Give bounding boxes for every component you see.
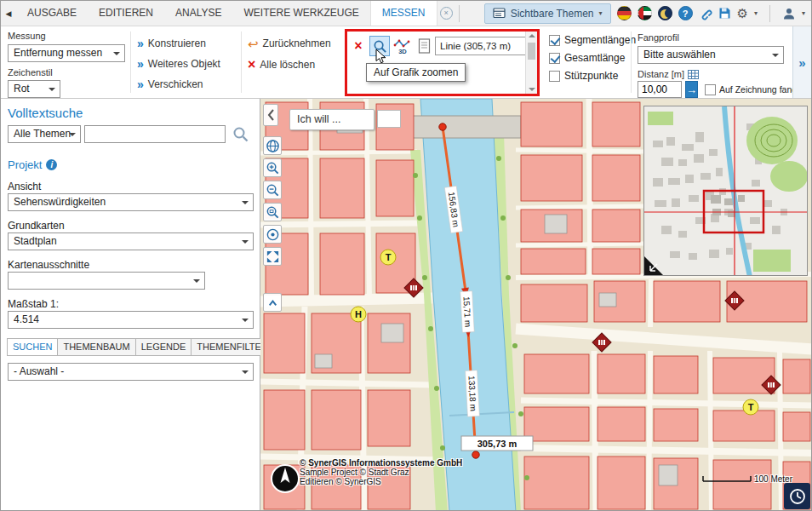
ich-will-widget[interactable]: Ich will ... (289, 109, 401, 130)
night-mode-icon[interactable] (658, 6, 672, 20)
tab-suchen[interactable]: SUCHEN (7, 338, 58, 356)
grundkarten-select[interactable]: Stadtplan (8, 233, 254, 250)
double-arrow-icon: » (137, 59, 144, 69)
settings-caret-icon[interactable]: ▾ (754, 9, 758, 17)
ich-will-button[interactable]: Ich will ... (289, 109, 375, 130)
scroll-down-icon[interactable] (529, 88, 535, 91)
alle-loeschen-button[interactable]: × Alle löschen (248, 59, 315, 71)
scroll-thumb[interactable] (528, 43, 535, 60)
report-button[interactable] (415, 36, 432, 56)
globe-tool-button[interactable] (263, 136, 282, 155)
profile-3d-icon: 3D (393, 37, 412, 55)
stuetzpunkte-option[interactable]: Stützpunkte (549, 70, 618, 82)
map-viewport[interactable]: T H T 156,83 m 15,71 m 133,18 m (260, 99, 812, 511)
themes-select[interactable]: Alle Themen (8, 125, 81, 143)
segmentlaengen-option[interactable]: Segmentlängen (549, 34, 636, 46)
zeichenstil-select[interactable]: Rot (8, 80, 60, 98)
language-german-icon[interactable] (617, 6, 632, 20)
checkbox-unchecked[interactable] (549, 71, 560, 82)
zoom-in-button[interactable] (263, 158, 282, 177)
map-copyright: © SynerGIS Informationssysteme GmbH Samp… (300, 458, 462, 486)
messung-select[interactable]: Entfernung messen (8, 44, 125, 62)
sidebar-tabs: SUCHEN THEMENBAUM LEGENDE THEMENFILTER (8, 338, 274, 356)
info-icon[interactable]: i (46, 159, 57, 170)
zoom-out-icon (266, 183, 280, 198)
history-clock-button[interactable] (784, 483, 810, 509)
kartenausschnitte-select[interactable] (8, 272, 205, 290)
checkbox-checked[interactable] (549, 35, 560, 46)
fulltext-search-input[interactable] (84, 125, 226, 143)
measure-3d-button[interactable]: 3D (392, 36, 413, 56)
svg-text:15,71 m: 15,71 m (462, 296, 473, 328)
center-map-button[interactable] (263, 225, 282, 244)
settings-gear-icon[interactable]: ⚙ (737, 6, 748, 21)
tab-ausgabe[interactable]: AUSGABE (16, 1, 88, 26)
tab-legende[interactable]: LEGENDE (135, 338, 192, 356)
fangprofil-select[interactable]: Bitte auswählen (638, 46, 784, 64)
delete-measurement-button[interactable]: × (350, 36, 367, 56)
link-icon[interactable] (699, 7, 712, 20)
distanz-input[interactable] (638, 81, 682, 98)
close-tab-icon[interactable]: × (440, 7, 453, 20)
chevron-down-icon: ▾ (599, 9, 603, 17)
svg-text:T: T (748, 402, 754, 412)
user-caret-icon[interactable]: ▾ (802, 9, 805, 17)
help-icon[interactable]: ? (678, 6, 693, 20)
tab-messen[interactable]: MESSEN (370, 1, 437, 26)
tab-weitere-werkzeuge[interactable]: WEITERE WERKZEUGE (233, 1, 370, 26)
ribbon-messen: Messung Entfernung messen Zeichenstil Ro… (1, 26, 811, 99)
checkbox-checked[interactable] (549, 53, 560, 64)
tab-editieren[interactable]: EDITIEREN (88, 1, 164, 26)
tab-themenbaum[interactable]: THEMENBAUM (57, 338, 135, 356)
tab-analyse[interactable]: ANALYSE (164, 1, 232, 26)
tooltip-zoom-to-graphic: Auf Grafik zoomen (366, 63, 466, 82)
kartenausschnitte-label: Kartenausschnitte (8, 259, 89, 271)
scroll-up-icon[interactable] (529, 34, 535, 37)
collapse-sidebar-button[interactable] (263, 104, 278, 126)
pan-up-button[interactable] (263, 293, 282, 312)
zeichenstil-label: Zeichenstil (8, 67, 53, 78)
projekt-label: Projekt (8, 158, 42, 171)
measurement-list-item[interactable]: Linie (305,73 m) (435, 37, 535, 55)
save-icon[interactable] (718, 7, 731, 20)
ich-will-input[interactable] (377, 110, 401, 128)
massstab-label: Maßstab 1: (8, 298, 59, 310)
verschicken-button[interactable]: » Verschicken (137, 78, 203, 90)
visible-themes-label: Sichtbare Themen (511, 8, 594, 20)
svg-text:305,73 m: 305,73 m (477, 439, 518, 449)
svg-text:H: H (355, 309, 362, 319)
document-icon (418, 38, 431, 54)
massstab-select[interactable]: 4.514 (8, 311, 254, 329)
panel-scrollbar[interactable] (525, 32, 537, 94)
volltextsuche-heading[interactable]: Volltextsuche (8, 106, 83, 120)
center-target-icon (266, 227, 280, 242)
ansicht-select[interactable]: Sehenswürdigkeiten (8, 193, 254, 211)
tab-scroll-left-icon[interactable]: ◀ (1, 9, 16, 18)
konstruieren-button[interactable]: » Konstruieren (137, 37, 206, 49)
overview-map[interactable] (643, 106, 808, 276)
fangprofil-label: Fangprofil (638, 32, 679, 43)
svg-text:133,18 m: 133,18 m (466, 376, 477, 411)
ribbon-expand-button[interactable]: » (792, 26, 811, 98)
weiteres-objekt-button[interactable]: » Weiteres Objekt (137, 58, 220, 70)
visible-themes-button[interactable]: Sichtbare Themen ▾ (484, 3, 611, 24)
zoom-window-icon (266, 205, 280, 220)
separator (769, 5, 770, 22)
zuruecknehmen-button[interactable]: ↩ Zurücknehmen (248, 37, 331, 49)
zoom-window-button[interactable] (263, 203, 282, 221)
gesamtlaenge-option[interactable]: Gesamtlänge (549, 52, 625, 64)
compass-icon[interactable] (269, 462, 301, 495)
apply-distance-button[interactable]: → (685, 81, 698, 98)
ansicht-label: Ansicht (8, 181, 41, 192)
fang-checkbox-unchecked[interactable] (705, 84, 716, 95)
chevron-up-icon (266, 296, 280, 310)
table-grid-icon[interactable] (688, 70, 699, 79)
separator (241, 32, 242, 93)
full-extent-button[interactable] (263, 247, 282, 266)
language-arabic-icon[interactable] (638, 6, 652, 20)
search-icon[interactable] (232, 126, 249, 143)
user-icon[interactable] (782, 7, 796, 20)
zoom-out-button[interactable] (263, 181, 282, 199)
expand-arrows-icon (266, 250, 280, 264)
auswahl-select[interactable]: - Auswahl - (8, 363, 254, 381)
